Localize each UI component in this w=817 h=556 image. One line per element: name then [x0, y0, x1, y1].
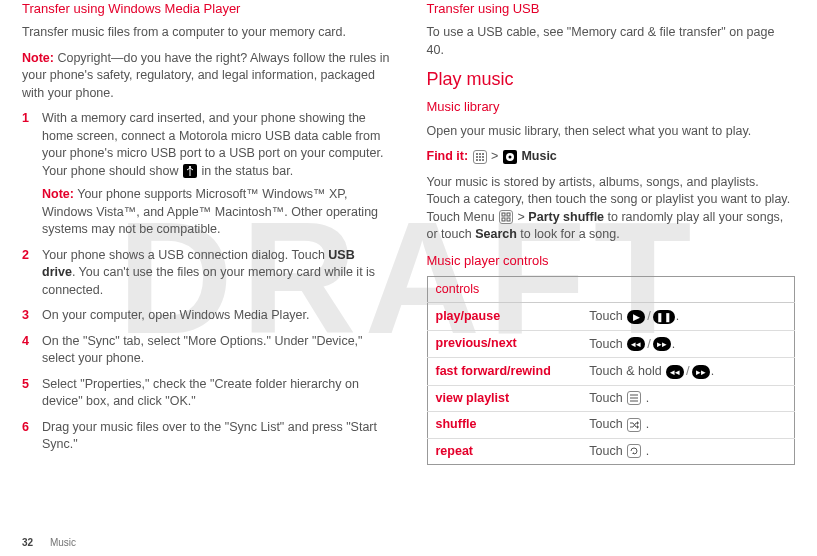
- heading-music-library: Music library: [427, 98, 796, 116]
- note-copyright: Note: Copyright—do you have the right? A…: [22, 50, 391, 103]
- music-app-icon: [503, 150, 517, 164]
- next-icon: ▸▸: [653, 337, 671, 351]
- step-4: 4 On the "Sync" tab, select "More Option…: [22, 333, 391, 368]
- playlist-icon: [627, 391, 641, 405]
- svg-rect-12: [502, 213, 505, 216]
- heading-controls: Music player controls: [427, 252, 796, 270]
- shuffle-icon: [627, 418, 641, 432]
- step-2: 2 Your phone shows a USB connection dial…: [22, 247, 391, 300]
- apps-icon: [473, 150, 487, 164]
- svg-point-6: [482, 156, 484, 158]
- repeat-icon: [627, 444, 641, 458]
- table-row: view playlist Touch .: [427, 385, 795, 412]
- usb-text: To use a USB cable, see "Memory card & f…: [427, 24, 796, 59]
- table-row: play/pause Touch ▶/❚❚.: [427, 303, 795, 331]
- intro-text: Transfer music files from a computer to …: [22, 24, 391, 42]
- svg-point-9: [482, 159, 484, 161]
- controls-table: controls play/pause Touch ▶/❚❚. previous…: [427, 276, 796, 466]
- table-row: previous/next Touch ◂◂/▸▸.: [427, 330, 795, 358]
- menu-icon: [499, 210, 513, 224]
- svg-point-2: [479, 153, 481, 155]
- play-icon: ▶: [627, 310, 645, 324]
- svg-point-5: [479, 156, 481, 158]
- previous-icon: ◂◂: [627, 337, 645, 351]
- svg-point-3: [482, 153, 484, 155]
- svg-rect-15: [507, 218, 510, 221]
- next-icon: ▸▸: [692, 365, 710, 379]
- table-row: fast forward/rewind Touch & hold ◂◂/▸▸.: [427, 358, 795, 386]
- storage-text: Your music is stored by artists, albums,…: [427, 174, 796, 244]
- svg-point-1: [476, 153, 478, 155]
- heading-wmp: Transfer using Windows Media Player: [22, 0, 391, 18]
- step-1: 1 With a memory card inserted, and your …: [22, 110, 391, 239]
- svg-point-8: [479, 159, 481, 161]
- svg-rect-13: [507, 213, 510, 216]
- find-it-line: Find it: > Music: [427, 148, 796, 166]
- heading-play-music: Play music: [427, 67, 796, 92]
- note-label: Note:: [42, 187, 74, 201]
- usb-status-icon: [183, 164, 197, 178]
- table-row: repeat Touch .: [427, 438, 795, 465]
- svg-point-4: [476, 156, 478, 158]
- note-label: Note:: [22, 51, 54, 65]
- step-6: 6 Drag your music files over to the "Syn…: [22, 419, 391, 454]
- svg-point-0: [189, 166, 191, 168]
- svg-rect-14: [502, 218, 505, 221]
- pause-icon: ❚❚: [653, 310, 675, 324]
- step-5: 5 Select "Properties," check the "Create…: [22, 376, 391, 411]
- table-header: controls: [427, 276, 795, 303]
- svg-point-11: [508, 155, 511, 158]
- step-3: 3 On your computer, open Windows Media P…: [22, 307, 391, 325]
- previous-icon: ◂◂: [666, 365, 684, 379]
- library-text: Open your music library, then select wha…: [427, 123, 796, 141]
- heading-usb: Transfer using USB: [427, 0, 796, 18]
- svg-point-7: [476, 159, 478, 161]
- table-row: shuffle Touch .: [427, 412, 795, 439]
